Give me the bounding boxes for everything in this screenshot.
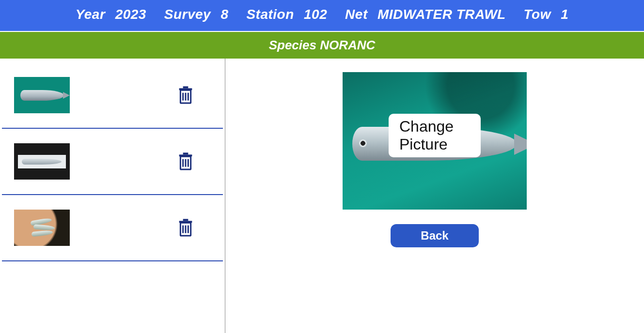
net-value: MIDWATER TRAWL [377, 7, 506, 22]
delete-button[interactable] [177, 218, 194, 238]
delete-button[interactable] [177, 152, 194, 171]
species-header: Species NORANC [0, 31, 644, 59]
photo-preview: Change Picture [343, 72, 527, 210]
list-item [2, 195, 223, 261]
back-button[interactable]: Back [391, 224, 478, 247]
station-label: Station [246, 7, 294, 22]
year-value: 2023 [115, 7, 146, 22]
survey-value: 8 [220, 7, 228, 22]
preview-pane: Change Picture Back [225, 59, 644, 333]
svg-rect-11 [183, 152, 188, 154]
tow-label: Tow [524, 7, 551, 22]
year-label: Year [76, 7, 106, 22]
survey-label: Survey [164, 7, 211, 22]
species-value: NORANC [320, 38, 375, 52]
survey-header: Year 2023 Survey 8 Station 102 Net MIDWA… [0, 0, 644, 31]
svg-rect-5 [183, 86, 188, 88]
net-label: Net [345, 7, 368, 22]
list-item [2, 129, 223, 195]
list-item [2, 59, 223, 129]
svg-rect-10 [179, 154, 192, 156]
svg-rect-4 [179, 88, 192, 90]
tow-value: 1 [561, 7, 568, 22]
photo-thumbnail[interactable] [14, 143, 70, 180]
change-picture-button[interactable]: Change Picture [389, 114, 481, 157]
trash-icon [178, 152, 193, 171]
trash-icon [178, 86, 193, 105]
svg-rect-17 [183, 219, 188, 221]
species-label: Species [269, 38, 316, 52]
photo-thumbnail[interactable] [14, 77, 70, 113]
thumbnail-list [0, 59, 225, 333]
svg-rect-16 [179, 221, 192, 223]
station-value: 102 [304, 7, 327, 22]
trash-icon [178, 218, 193, 238]
photo-thumbnail[interactable] [14, 210, 70, 246]
delete-button[interactable] [177, 86, 194, 105]
